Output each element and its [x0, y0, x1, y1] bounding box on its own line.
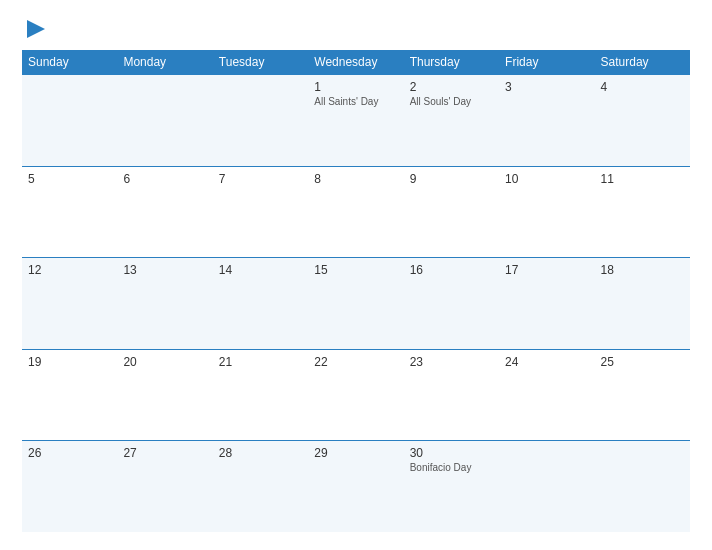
- day-number: 10: [505, 172, 588, 186]
- day-number: 7: [219, 172, 302, 186]
- calendar-cell: 15: [308, 258, 403, 350]
- calendar-table: SundayMondayTuesdayWednesdayThursdayFrid…: [22, 50, 690, 532]
- calendar-cell: 25: [595, 349, 690, 441]
- calendar-cell: 14: [213, 258, 308, 350]
- calendar-cell: [499, 441, 594, 533]
- calendar-cell: 1All Saints' Day: [308, 75, 403, 167]
- day-number: 6: [123, 172, 206, 186]
- logo: [22, 18, 47, 40]
- day-number: 17: [505, 263, 588, 277]
- calendar-cell: 3: [499, 75, 594, 167]
- day-number: 21: [219, 355, 302, 369]
- day-number: 28: [219, 446, 302, 460]
- day-number: 25: [601, 355, 684, 369]
- day-number: 16: [410, 263, 493, 277]
- day-number: 3: [505, 80, 588, 94]
- calendar-cell: 27: [117, 441, 212, 533]
- calendar-cell: 4: [595, 75, 690, 167]
- calendar-cell: 28: [213, 441, 308, 533]
- calendar-cell: 10: [499, 166, 594, 258]
- col-header-sunday: Sunday: [22, 50, 117, 75]
- calendar-cell: 16: [404, 258, 499, 350]
- day-number: 12: [28, 263, 111, 277]
- day-number: 8: [314, 172, 397, 186]
- day-number: 1: [314, 80, 397, 94]
- calendar-cell: 26: [22, 441, 117, 533]
- calendar-week-row: 2627282930Bonifacio Day: [22, 441, 690, 533]
- col-header-thursday: Thursday: [404, 50, 499, 75]
- calendar-cell: 12: [22, 258, 117, 350]
- calendar-cell: 13: [117, 258, 212, 350]
- calendar-header-row: SundayMondayTuesdayWednesdayThursdayFrid…: [22, 50, 690, 75]
- day-number: 23: [410, 355, 493, 369]
- calendar-cell: 21: [213, 349, 308, 441]
- calendar-cell: 5: [22, 166, 117, 258]
- day-number: 11: [601, 172, 684, 186]
- day-number: 9: [410, 172, 493, 186]
- calendar-week-row: 1All Saints' Day2All Souls' Day34: [22, 75, 690, 167]
- day-number: 13: [123, 263, 206, 277]
- day-number: 19: [28, 355, 111, 369]
- day-number: 18: [601, 263, 684, 277]
- calendar-cell: 6: [117, 166, 212, 258]
- day-number: 24: [505, 355, 588, 369]
- calendar-cell: 22: [308, 349, 403, 441]
- calendar-cell: 18: [595, 258, 690, 350]
- calendar-cell: [22, 75, 117, 167]
- header: [22, 18, 690, 40]
- day-number: 4: [601, 80, 684, 94]
- calendar-cell: 9: [404, 166, 499, 258]
- calendar-cell: 11: [595, 166, 690, 258]
- svg-marker-0: [27, 20, 45, 38]
- calendar-page: SundayMondayTuesdayWednesdayThursdayFrid…: [0, 0, 712, 550]
- holiday-label: Bonifacio Day: [410, 462, 493, 473]
- day-number: 27: [123, 446, 206, 460]
- day-number: 20: [123, 355, 206, 369]
- col-header-saturday: Saturday: [595, 50, 690, 75]
- day-number: 15: [314, 263, 397, 277]
- calendar-cell: 19: [22, 349, 117, 441]
- col-header-tuesday: Tuesday: [213, 50, 308, 75]
- calendar-cell: 2All Souls' Day: [404, 75, 499, 167]
- calendar-cell: [595, 441, 690, 533]
- calendar-cell: 20: [117, 349, 212, 441]
- calendar-cell: [213, 75, 308, 167]
- calendar-week-row: 19202122232425: [22, 349, 690, 441]
- day-number: 5: [28, 172, 111, 186]
- calendar-cell: 24: [499, 349, 594, 441]
- day-number: 26: [28, 446, 111, 460]
- col-header-wednesday: Wednesday: [308, 50, 403, 75]
- calendar-week-row: 567891011: [22, 166, 690, 258]
- calendar-cell: 17: [499, 258, 594, 350]
- holiday-label: All Saints' Day: [314, 96, 397, 107]
- day-number: 2: [410, 80, 493, 94]
- logo-flag-icon: [25, 18, 47, 40]
- col-header-friday: Friday: [499, 50, 594, 75]
- calendar-cell: 23: [404, 349, 499, 441]
- calendar-cell: [117, 75, 212, 167]
- calendar-cell: 7: [213, 166, 308, 258]
- day-number: 14: [219, 263, 302, 277]
- day-number: 22: [314, 355, 397, 369]
- calendar-cell: 30Bonifacio Day: [404, 441, 499, 533]
- day-number: 30: [410, 446, 493, 460]
- holiday-label: All Souls' Day: [410, 96, 493, 107]
- calendar-cell: 29: [308, 441, 403, 533]
- day-number: 29: [314, 446, 397, 460]
- calendar-week-row: 12131415161718: [22, 258, 690, 350]
- col-header-monday: Monday: [117, 50, 212, 75]
- calendar-cell: 8: [308, 166, 403, 258]
